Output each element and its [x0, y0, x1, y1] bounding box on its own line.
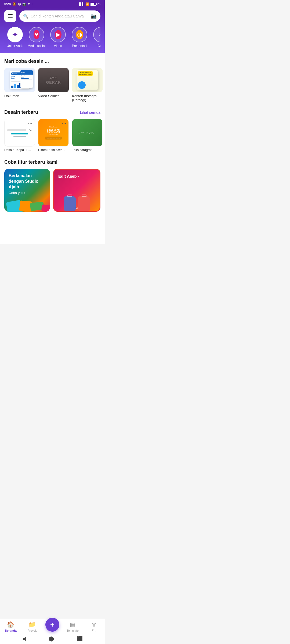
recent-design-header: Desain terbaru Lihat semua: [4, 109, 100, 115]
category-label-presentasi: Presentasi: [72, 44, 87, 48]
rc2-subtitle: FOTOGRAFER: [49, 134, 58, 135]
feature-cards-row: Berkenalan dengan Studio Ajaib Coba yuk …: [4, 169, 100, 212]
signal-bars-icon: ▐▌▌: [78, 2, 84, 6]
main-content: Mari coba desain ... Desain VisualDocs: [0, 53, 105, 244]
category-label-video: Video: [54, 44, 62, 48]
rc2-box-text: Daftar sekarang & klik di sini: [47, 137, 60, 139]
design-card-instagram[interactable]: SEMPURNAKANPOSTINGAN ANDA Konten Instagr…: [72, 68, 103, 102]
try-design-title: Mari coba desain ...: [4, 58, 100, 64]
category-label-cetak: Ce...: [97, 44, 100, 48]
progress-label: 0%: [28, 129, 32, 132]
category-row: ✦ Untuk Anda ♥ Media sosial ▶ Video ◑ Pr…: [4, 27, 100, 48]
category-item-video[interactable]: ▶ Video: [47, 27, 69, 48]
colorful-shapes: [4, 193, 50, 212]
search-icon: 🔍: [23, 14, 28, 19]
recent-card-label-2: Hitam Putih Krea...: [38, 148, 69, 152]
design-card-label-video: Video Seluler: [38, 94, 69, 98]
search-row: 🔍 Cari di konten Anda atau Canva 📷: [4, 10, 100, 22]
heart-icon: ♥: [34, 30, 39, 39]
hamburger-icon: [8, 14, 13, 18]
instagram-icon: 📷: [22, 2, 26, 6]
search-box[interactable]: 🔍 Cari di konten Anda atau Canva 📷: [19, 10, 100, 22]
battery-icon: [90, 3, 96, 6]
presentation-icon: ◑: [76, 30, 83, 39]
recent-card-img-1: 0% ···: [4, 119, 35, 147]
rc2-header: Media Belajar: [49, 126, 58, 128]
category-item-presentasi[interactable]: ◑ Presentasi: [69, 27, 90, 48]
design-card-img-video-seluler: AYOGERAK: [38, 68, 69, 92]
rc2-box: Daftar sekarang & klik di sini: [45, 137, 62, 140]
wifi-icon: 📶: [85, 2, 89, 6]
design-card-img-dokumen: Desain VisualDocs: [4, 68, 35, 92]
camera-icon[interactable]: 📷: [91, 13, 97, 19]
carousel-dot: [76, 207, 78, 209]
instagram-label: SEMPURNAKANPOSTINGAN ANDA: [78, 71, 92, 76]
see-all-link[interactable]: Lihat semua: [80, 110, 100, 115]
category-item-untuk-anda[interactable]: ✦ Untuk Anda: [4, 27, 26, 48]
design-card-img-instagram: SEMPURNAKANPOSTINGAN ANDA: [72, 68, 103, 92]
design-card-label-dokumen: Dokumen: [4, 94, 35, 98]
recent-card-2[interactable]: Media Belajar LOWONGAN PEKERJAAN FOTOGRA…: [38, 119, 69, 152]
feature-card-studio-ajaib[interactable]: Berkenalan dengan Studio Ajaib Coba yuk …: [4, 169, 50, 212]
recent-card-3[interactable]: نص اجعل هذا نكتا اصبأ Teks paragraf: [72, 119, 103, 152]
status-bar: 6:28 🔕 ◎ 📷 ♥ ·· ▐▌▌ 📶 76: [0, 0, 105, 8]
print-icon: ✂: [99, 31, 100, 38]
category-circle-video: ▶: [50, 27, 66, 42]
menu-button[interactable]: [4, 10, 16, 22]
category-item-cetak[interactable]: ✂ Ce...: [90, 27, 100, 48]
three-dots-2[interactable]: ···: [62, 121, 66, 126]
battery-level: 76: [97, 2, 100, 6]
feature-card-2-title: Edit Ajaib ›: [58, 174, 95, 178]
heart-icon: ♥: [28, 2, 30, 6]
recent-design-title: Desain terbaru: [4, 109, 38, 115]
category-circle-cetak: ✂: [93, 27, 100, 42]
design-card-dokumen[interactable]: Desain VisualDocs: [4, 68, 35, 102]
header: 🔍 Cari di konten Anda atau Canva 📷 ✦ Unt…: [0, 8, 105, 53]
category-circle-untuk-anda: ✦: [7, 27, 23, 42]
sparkle-icon: ✦: [12, 31, 18, 39]
recent-card-label-1: Desain Tanpa Ju...: [4, 148, 35, 152]
feature-section-title: Coba fitur terbaru kami: [4, 159, 100, 165]
status-right: ▐▌▌ 📶 76: [78, 2, 100, 6]
design-card-label-instagram: Konten Instagra... (Persegi): [72, 94, 103, 102]
three-dots-1[interactable]: ···: [28, 121, 32, 126]
dots-icon: ··: [31, 2, 33, 6]
recent-card-label-3: Teks paragraf: [72, 148, 103, 152]
video-icon: ▶: [55, 30, 61, 39]
category-circle-media-sosial: ♥: [29, 27, 44, 42]
design-card-video-seluler[interactable]: AYOGERAK Video Seluler: [38, 68, 69, 102]
feature-card-1-title: Berkenalan dengan Studio Ajaib: [9, 173, 46, 190]
recent-card-img-3: نص اجعل هذا نكتا اصبأ: [72, 119, 103, 147]
recent-cards-row: 0% ··· Desain Tanpa Ju... Media Belajar …: [4, 119, 100, 152]
design-cards-row: Desain VisualDocs: [4, 68, 100, 102]
recent-card-1[interactable]: 0% ··· Desain Tanpa Ju...: [4, 119, 35, 152]
small-doc: Desain VisualDocs: [20, 70, 33, 88]
rc3-text: نص اجعل هذا نكتا اصبأ: [79, 132, 96, 134]
search-placeholder: Cari di konten Anda atau Canva: [31, 14, 89, 18]
time-display: 6:28: [4, 2, 11, 6]
category-label-media-sosial: Media sosial: [28, 44, 46, 48]
mute-icon: 🔕: [12, 2, 16, 6]
feature-card-edit-ajaib[interactable]: Edit Ajaib ›: [53, 169, 100, 212]
status-left: 6:28 🔕 ◎ 📷 ♥ ··: [4, 2, 33, 6]
recent-card-img-2: Media Belajar LOWONGAN PEKERJAAN FOTOGRA…: [38, 119, 69, 147]
signal-icon: ◎: [18, 2, 21, 6]
category-item-media-sosial[interactable]: ♥ Media sosial: [26, 27, 47, 48]
category-circle-presentasi: ◑: [72, 27, 87, 42]
category-label-untuk-anda: Untuk Anda: [7, 44, 23, 48]
rc2-title: LOWONGAN PEKERJAAN: [41, 129, 66, 133]
